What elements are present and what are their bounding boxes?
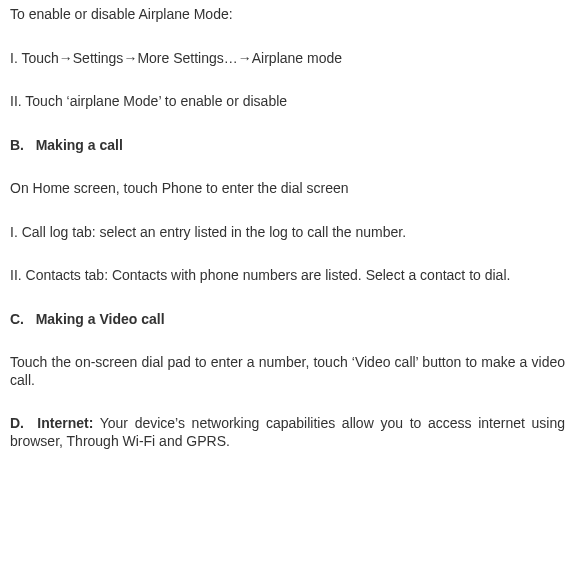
document-page: To enable or disable Airplane Mode: I. T…	[0, 0, 575, 460]
section-b-heading: B. Making a call	[10, 137, 565, 155]
airplane-step-1: I. Touch→Settings→More Settings…→Airplan…	[10, 50, 565, 68]
section-b-step-1: I. Call log tab: select an entry listed …	[10, 224, 565, 242]
section-c-heading: C. Making a Video call	[10, 311, 565, 329]
section-d-rest: Your device’s networking capabilities al…	[10, 415, 565, 449]
arrow-icon: →	[59, 50, 73, 66]
section-b-step-2: II. Contacts tab: Contacts with phone nu…	[10, 267, 565, 285]
section-b-desc: On Home screen, touch Phone to enter the…	[10, 180, 565, 198]
airplane-step-2: II. Touch ‘airplane Mode’ to enable or d…	[10, 93, 565, 111]
seg-more: More Settings…	[137, 50, 237, 66]
arrow-icon: →	[123, 50, 137, 66]
airplane-intro: To enable or disable Airplane Mode:	[10, 6, 565, 24]
seg-airplane: Airplane mode	[252, 50, 342, 66]
section-c-desc: Touch the on-screen dial pad to enter a …	[10, 354, 565, 389]
arrow-icon: →	[238, 50, 252, 66]
seg-settings: Settings	[73, 50, 124, 66]
step1-prefix: I. Touch	[10, 50, 59, 66]
section-d: D. Internet: Your device’s networking ca…	[10, 415, 565, 450]
section-d-label: D. Internet:	[10, 415, 93, 431]
